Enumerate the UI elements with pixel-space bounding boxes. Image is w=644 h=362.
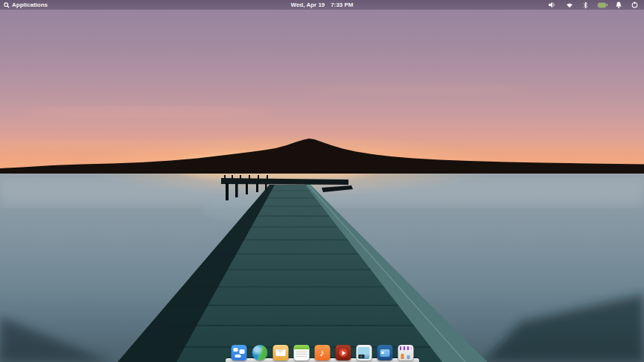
appcenter-icon[interactable] <box>398 345 413 361</box>
bluetooth-indicator[interactable] <box>583 0 588 10</box>
wallpaper-pier-sunset <box>0 0 644 362</box>
session-indicator[interactable] <box>631 0 638 10</box>
battery-full-icon <box>598 3 606 7</box>
mail-icon[interactable] <box>272 345 288 361</box>
videos-icon[interactable] <box>335 345 351 361</box>
panel-date: Wed, Apr 19 <box>290 0 325 10</box>
notifications-indicator[interactable] <box>616 0 622 10</box>
calendar-icon[interactable] <box>293 345 309 361</box>
applications-menu-label: Applications <box>12 0 48 10</box>
search-icon <box>4 2 10 8</box>
photos-icon[interactable] <box>356 345 372 361</box>
panel-time: 7:33 PM <box>331 0 353 10</box>
wifi-icon <box>566 2 573 8</box>
plank-dock: ♪ <box>226 343 419 362</box>
bluetooth-icon <box>583 1 588 9</box>
desktop-screen: Applications Wed, Apr 19 7:33 PM <box>0 0 644 362</box>
multitasking-view-icon[interactable] <box>231 345 246 361</box>
network-indicator[interactable] <box>566 0 573 10</box>
bell-icon <box>616 1 622 8</box>
power-icon <box>631 1 638 8</box>
sound-indicator[interactable] <box>549 0 556 10</box>
music-icon[interactable]: ♪ <box>314 345 330 361</box>
web-browser-icon[interactable] <box>252 345 267 361</box>
battery-indicator[interactable] <box>598 0 606 10</box>
wallpaper-artwork <box>0 0 644 362</box>
datetime-indicator[interactable]: Wed, Apr 19 7:33 PM <box>290 0 353 10</box>
system-indicators <box>549 0 644 10</box>
top-panel: Applications Wed, Apr 19 7:33 PM <box>0 0 644 10</box>
display-settings-icon[interactable] <box>377 345 392 361</box>
dock-items: ♪ <box>231 345 413 361</box>
speaker-icon <box>549 1 556 8</box>
applications-menu[interactable]: Applications <box>0 0 48 10</box>
